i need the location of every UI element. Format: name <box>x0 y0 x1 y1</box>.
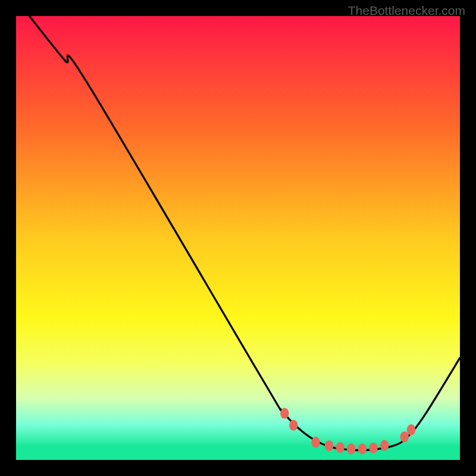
svg-rect-0 <box>16 16 460 460</box>
attribution-text: TheBottlenecker.com <box>348 4 465 18</box>
gradient-background <box>16 16 460 460</box>
chart-area <box>16 16 460 460</box>
